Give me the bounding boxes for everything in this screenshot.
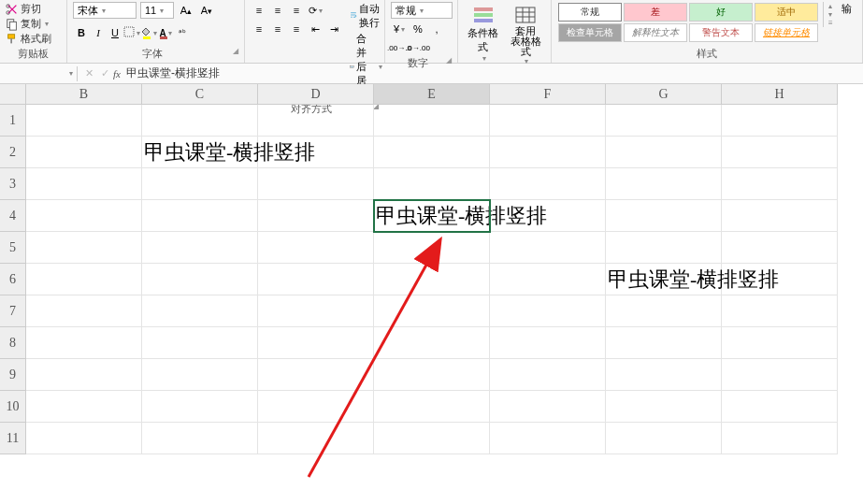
cell[interactable] bbox=[490, 423, 606, 454]
cell[interactable] bbox=[374, 137, 490, 168]
cell[interactable] bbox=[490, 264, 606, 295]
wrap-text-button[interactable]: 自动换行 bbox=[350, 2, 382, 30]
cell-style-swatch[interactable]: 解释性文本 bbox=[624, 23, 687, 42]
cell[interactable] bbox=[606, 423, 722, 454]
cell[interactable] bbox=[490, 168, 606, 200]
format-painter-button[interactable]: 格式刷 bbox=[6, 32, 51, 46]
column-header[interactable]: G bbox=[606, 84, 722, 105]
row-header[interactable]: 7 bbox=[0, 295, 26, 327]
cell[interactable] bbox=[374, 105, 490, 137]
cell[interactable] bbox=[258, 168, 374, 200]
cell[interactable] bbox=[722, 327, 838, 359]
cell[interactable] bbox=[258, 359, 374, 391]
cell[interactable] bbox=[722, 137, 838, 168]
cell[interactable] bbox=[26, 105, 142, 137]
cell[interactable] bbox=[606, 391, 722, 423]
conditional-format-button[interactable]: 条件格式▾ bbox=[464, 2, 503, 65]
column-header[interactable]: F bbox=[490, 84, 606, 105]
cell[interactable] bbox=[606, 327, 722, 359]
cell[interactable] bbox=[490, 391, 606, 423]
border-button[interactable]: ▾ bbox=[123, 24, 140, 41]
cell[interactable] bbox=[374, 359, 490, 391]
font-size-combo[interactable]: 11▾ bbox=[140, 2, 174, 19]
decrease-font-button[interactable]: A▾ bbox=[198, 2, 215, 19]
column-header[interactable]: B bbox=[26, 84, 142, 105]
accept-formula-button[interactable]: ✓ bbox=[97, 67, 113, 79]
cell[interactable] bbox=[258, 232, 374, 264]
cell[interactable] bbox=[258, 423, 374, 454]
row-header[interactable]: 1 bbox=[0, 105, 26, 137]
cell[interactable] bbox=[374, 168, 490, 200]
cell[interactable] bbox=[606, 137, 722, 168]
cell[interactable] bbox=[606, 295, 722, 327]
cell[interactable] bbox=[142, 105, 258, 137]
cell[interactable] bbox=[258, 295, 374, 327]
cell-style-swatch[interactable]: 差 bbox=[624, 3, 687, 22]
accounting-format-button[interactable]: ¥▾ bbox=[391, 21, 408, 37]
column-header[interactable]: D bbox=[258, 84, 374, 105]
align-center-button[interactable]: ≡ bbox=[269, 21, 286, 37]
comma-button[interactable]: , bbox=[428, 21, 445, 37]
cell[interactable] bbox=[606, 168, 722, 200]
cell-style-swatch[interactable]: 链接单元格 bbox=[755, 23, 818, 42]
increase-font-button[interactable]: A▴ bbox=[178, 2, 194, 19]
copy-button[interactable]: 复制▾ bbox=[6, 17, 51, 31]
cell[interactable] bbox=[374, 327, 490, 359]
cell[interactable] bbox=[374, 295, 490, 327]
cell[interactable] bbox=[258, 137, 374, 168]
cell[interactable] bbox=[722, 105, 838, 137]
column-header[interactable]: H bbox=[722, 84, 838, 105]
align-bottom-button[interactable]: ≡ bbox=[288, 2, 305, 19]
cell-style-swatch[interactable]: 常规 bbox=[558, 3, 622, 22]
align-right-button[interactable]: ≡ bbox=[288, 21, 305, 37]
cell[interactable] bbox=[722, 423, 838, 454]
cell[interactable] bbox=[142, 200, 258, 232]
cell[interactable] bbox=[142, 168, 258, 200]
font-dialog-launcher[interactable]: ◢ bbox=[233, 47, 238, 55]
number-dialog-launcher[interactable]: ◢ bbox=[446, 56, 452, 65]
cell[interactable] bbox=[722, 359, 838, 391]
cell[interactable] bbox=[142, 359, 258, 391]
name-box-dropdown[interactable]: ▾ bbox=[69, 69, 73, 78]
cell[interactable]: 甲虫课堂-横排竖排 bbox=[374, 200, 490, 232]
cell[interactable] bbox=[722, 232, 838, 264]
cell[interactable] bbox=[258, 391, 374, 423]
column-header[interactable]: E bbox=[374, 84, 490, 105]
phonetic-button[interactable]: ᵃᵇ bbox=[174, 24, 191, 41]
cell[interactable] bbox=[258, 105, 374, 137]
fill-color-button[interactable]: ▾ bbox=[140, 24, 157, 41]
cell[interactable] bbox=[142, 264, 258, 295]
cut-button[interactable]: 剪切 bbox=[6, 2, 51, 16]
font-color-button[interactable]: A▾ bbox=[157, 24, 174, 41]
cell[interactable] bbox=[142, 327, 258, 359]
cell[interactable] bbox=[142, 391, 258, 423]
align-middle-button[interactable]: ≡ bbox=[269, 2, 286, 19]
cell[interactable] bbox=[258, 264, 374, 295]
cell[interactable] bbox=[606, 232, 722, 264]
decrease-decimal-button[interactable]: .0→.00 bbox=[410, 39, 426, 56]
cell[interactable] bbox=[142, 232, 258, 264]
styles-more[interactable]: ≡ bbox=[828, 19, 833, 27]
cell[interactable] bbox=[26, 264, 142, 295]
formula-content[interactable]: 甲虫课堂-横排竖排 bbox=[126, 65, 220, 81]
cell[interactable] bbox=[490, 105, 606, 137]
cell[interactable] bbox=[258, 327, 374, 359]
row-header[interactable]: 11 bbox=[0, 423, 26, 454]
cell[interactable] bbox=[490, 137, 606, 168]
cell[interactable] bbox=[722, 200, 838, 232]
cell[interactable] bbox=[490, 359, 606, 391]
number-format-combo[interactable]: 常规▾ bbox=[391, 2, 453, 19]
row-header[interactable]: 2 bbox=[0, 137, 26, 168]
row-header[interactable]: 3 bbox=[0, 168, 26, 200]
styles-scroll-down[interactable]: ▾ bbox=[828, 10, 833, 19]
row-header[interactable]: 4 bbox=[0, 200, 26, 232]
cell[interactable] bbox=[26, 359, 142, 391]
cell[interactable] bbox=[490, 232, 606, 264]
cell[interactable] bbox=[374, 264, 490, 295]
cell[interactable] bbox=[26, 423, 142, 454]
format-as-table-button[interactable]: 套用 表格格式▾ bbox=[507, 2, 546, 67]
column-header[interactable]: C bbox=[142, 84, 258, 105]
percent-button[interactable]: % bbox=[410, 21, 426, 37]
cell[interactable] bbox=[26, 232, 142, 264]
cell[interactable] bbox=[722, 168, 838, 200]
